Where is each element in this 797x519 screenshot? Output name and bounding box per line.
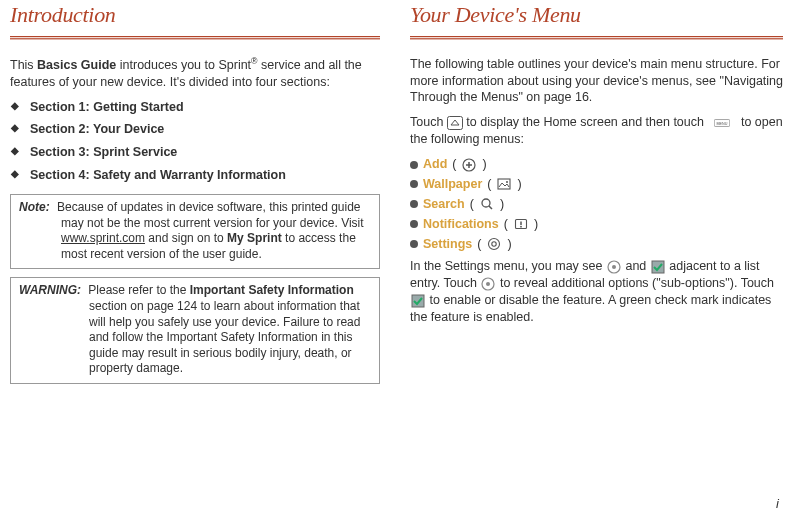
menu-item-search: Search ( ) xyxy=(410,196,783,213)
svg-rect-1 xyxy=(10,38,380,39)
paren-open: ( xyxy=(477,236,481,253)
intro-heading: Introduction xyxy=(10,0,380,30)
svg-rect-24 xyxy=(412,295,424,307)
section-title: Sprint Service xyxy=(93,145,177,159)
paren-close: ) xyxy=(517,176,521,193)
section-title: Your Device xyxy=(93,122,164,136)
menu-heading: Your Device's Menu xyxy=(410,0,783,30)
svg-rect-3 xyxy=(410,38,783,39)
note-text-mid: and sign on to xyxy=(145,231,227,245)
diamond-bullet-icon: ◆ xyxy=(10,144,20,158)
menu-divider xyxy=(410,36,783,40)
menu-item-label: Notifications xyxy=(423,216,499,233)
sections-list: ◆ Section 1: Getting Started ◆ Section 2… xyxy=(10,99,380,185)
intro-text-mid: introduces you to Sprint xyxy=(116,58,251,72)
bullet-icon xyxy=(410,180,418,188)
alert-rect-icon xyxy=(513,216,529,232)
paren-close: ) xyxy=(482,156,486,173)
menu-item-label: Search xyxy=(423,196,465,213)
warning-text-post: section on page 124 to learn about infor… xyxy=(89,299,360,375)
checkbox-icon xyxy=(410,294,426,308)
svg-point-17 xyxy=(489,239,500,250)
picture-icon xyxy=(496,176,512,192)
settings-paragraph: In the Settings menu, you may see and ad… xyxy=(410,258,783,326)
intro-divider xyxy=(10,36,380,40)
intro-paragraph: This Basics Guide introduces you to Spri… xyxy=(10,56,380,91)
bullet-icon xyxy=(410,220,418,228)
menu-item-label: Wallpaper xyxy=(423,176,482,193)
home-icon xyxy=(447,116,463,130)
svg-point-12 xyxy=(482,199,490,207)
intro-text-pre: This xyxy=(10,58,37,72)
svg-point-16 xyxy=(520,226,522,228)
note-bold: My Sprint xyxy=(227,231,282,245)
note-text-pre: Because of updates in device software, t… xyxy=(57,200,364,230)
paren-open: ( xyxy=(487,176,491,193)
paren-close: ) xyxy=(500,196,504,213)
warning-bold: Important Safety Information xyxy=(190,283,354,297)
more-circle-icon xyxy=(480,277,496,291)
paren-close: ) xyxy=(534,216,538,233)
menu-item-wallpaper: Wallpaper ( ) xyxy=(410,176,783,193)
menu-list: Add ( ) Wallpaper ( ) Search ( ) xyxy=(410,156,783,252)
diamond-bullet-icon: ◆ xyxy=(10,99,20,113)
menu-paragraph-2: Touch to display the Home screen and the… xyxy=(410,114,783,148)
section-label: Section 2: xyxy=(30,122,90,136)
bullet-icon xyxy=(410,161,418,169)
svg-point-18 xyxy=(492,242,496,246)
svg-line-13 xyxy=(489,206,492,209)
svg-rect-4 xyxy=(447,117,462,130)
touch-text-mid: to display the Home screen and then touc… xyxy=(463,115,708,129)
svg-rect-2 xyxy=(410,36,783,37)
menu-item-add: Add ( ) xyxy=(410,156,783,173)
warning-label: WARNING: xyxy=(19,283,81,297)
bullet-icon xyxy=(410,240,418,248)
more-circle-icon xyxy=(606,260,622,274)
section-item: ◆ Section 3: Sprint Service xyxy=(10,144,380,161)
magnifier-icon xyxy=(479,196,495,212)
svg-text:MENU: MENU xyxy=(717,122,728,126)
section-label: Section 3: xyxy=(30,145,90,159)
section-label: Section 4: xyxy=(30,168,90,182)
section-item: ◆ Section 1: Getting Started xyxy=(10,99,380,116)
touch-text-pre: Touch xyxy=(410,115,447,129)
warning-text-pre: Please refer to the xyxy=(88,283,189,297)
diamond-bullet-icon: ◆ xyxy=(10,167,20,181)
svg-rect-21 xyxy=(652,261,664,273)
paren-open: ( xyxy=(452,156,456,173)
target-icon xyxy=(486,236,502,252)
section-title: Getting Started xyxy=(93,100,183,114)
note-link[interactable]: www.sprint.com xyxy=(61,231,145,245)
page-number: i xyxy=(776,495,779,513)
menu-item-label: Add xyxy=(423,156,447,173)
menu-key-icon: MENU xyxy=(707,116,737,130)
section-title: Safety and Warranty Information xyxy=(93,168,286,182)
paren-open: ( xyxy=(470,196,474,213)
menu-paragraph-1: The following table outlines your device… xyxy=(410,56,783,107)
svg-point-20 xyxy=(612,265,616,269)
svg-rect-0 xyxy=(10,36,380,37)
checkbox-icon xyxy=(650,260,666,274)
note-box: Note: Because of updates in device softw… xyxy=(10,194,380,269)
settings-text-4: to reveal additional options ("sub-optio… xyxy=(500,276,774,290)
settings-text-2: and xyxy=(625,259,649,273)
bullet-icon xyxy=(410,200,418,208)
paren-open: ( xyxy=(504,216,508,233)
settings-text-1: In the Settings menu, you may see xyxy=(410,259,606,273)
paren-close: ) xyxy=(507,236,511,253)
menu-item-notifications: Notifications ( ) xyxy=(410,216,783,233)
settings-text-5: to enable or disable the feature. A gree… xyxy=(410,293,771,324)
note-label: Note: xyxy=(19,200,50,214)
diamond-bullet-icon: ◆ xyxy=(10,121,20,135)
menu-item-settings: Settings ( ) xyxy=(410,236,783,253)
section-item: ◆ Section 2: Your Device xyxy=(10,121,380,138)
svg-rect-10 xyxy=(498,179,510,189)
warning-box: WARNING: Please refer to the Important S… xyxy=(10,277,380,384)
intro-text-bold: Basics Guide xyxy=(37,58,116,72)
svg-point-23 xyxy=(486,282,490,286)
plus-circle-icon xyxy=(461,157,477,173)
section-item: ◆ Section 4: Safety and Warranty Informa… xyxy=(10,167,380,184)
menu-item-label: Settings xyxy=(423,236,472,253)
svg-point-11 xyxy=(506,181,508,183)
section-label: Section 1: xyxy=(30,100,90,114)
